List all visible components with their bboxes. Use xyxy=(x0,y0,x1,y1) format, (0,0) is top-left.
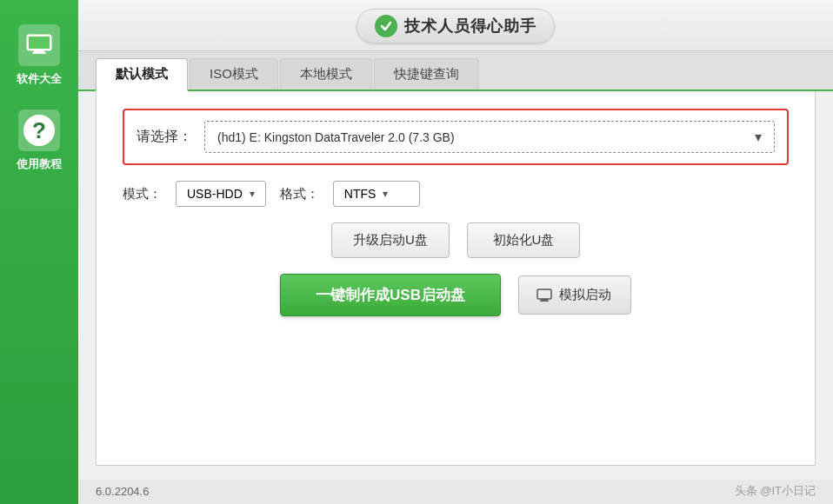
tab-bar: 默认模式 ISO模式 本地模式 快捷键查询 xyxy=(78,51,833,91)
drive-select-row: 请选择： (hd1) E: Kingston DataTraveler 2.0 … xyxy=(123,109,789,165)
app-title: 技术人员得心助手 xyxy=(404,16,536,36)
mode-value: USB-HDD xyxy=(187,187,243,201)
tab-local[interactable]: 本地模式 xyxy=(280,58,372,90)
content-panel: 请选择： (hd1) E: Kingston DataTraveler 2.0 … xyxy=(96,91,816,466)
mode-label: 模式： xyxy=(123,186,162,202)
monitor-small-icon xyxy=(536,288,552,302)
svg-rect-5 xyxy=(541,299,548,301)
monitor-icon xyxy=(25,31,53,59)
simulate-button[interactable]: 模拟启动 xyxy=(518,275,631,315)
footer: 6.0.2204.6 头条 @IT小日记 xyxy=(78,480,833,504)
mode-dropdown[interactable]: USB-HDD ▾ xyxy=(176,181,266,207)
svg-rect-4 xyxy=(537,289,551,299)
upgrade-button[interactable]: 升级启动U盘 xyxy=(331,222,450,258)
header: 技术人员得心助手 xyxy=(78,0,833,51)
init-button[interactable]: 初始化U盘 xyxy=(467,222,580,258)
drive-dropdown-arrow: ▾ xyxy=(755,129,762,145)
checkmark-icon xyxy=(379,19,393,33)
options-row: 模式： USB-HDD ▾ 格式： NTFS ▾ xyxy=(123,181,789,207)
header-badge: 技术人员得心助手 xyxy=(357,9,555,43)
action-row: 升级启动U盘 初始化U盘 xyxy=(123,222,789,258)
sidebar-item-software[interactable]: 软件大全 xyxy=(4,17,74,94)
svg-rect-3 xyxy=(32,52,46,54)
format-dropdown-arrow: ▾ xyxy=(383,188,388,200)
drive-value: (hd1) E: Kingston DataTraveler 2.0 (7.3 … xyxy=(217,130,455,144)
create-usb-button[interactable]: 一键制作成USB启动盘 xyxy=(280,274,501,316)
format-label: 格式： xyxy=(280,186,319,202)
monitor-icon-box xyxy=(18,24,60,66)
drive-dropdown[interactable]: (hd1) E: Kingston DataTraveler 2.0 (7.3 … xyxy=(204,121,775,153)
svg-rect-2 xyxy=(34,50,44,52)
watermark: 头条 @IT小日记 xyxy=(735,483,816,499)
select-label: 请选择： xyxy=(137,128,192,146)
question-icon: ? xyxy=(23,115,55,146)
svg-rect-6 xyxy=(540,300,549,302)
tab-iso[interactable]: ISO模式 xyxy=(190,58,278,90)
simulate-label: 模拟启动 xyxy=(559,287,611,303)
tab-shortcut[interactable]: 快捷键查询 xyxy=(374,58,479,90)
svg-rect-1 xyxy=(29,36,50,49)
version-text: 6.0.2204.6 xyxy=(96,485,149,498)
sidebar-item-software-label: 软件大全 xyxy=(17,71,62,87)
check-circle-icon xyxy=(375,15,397,37)
format-dropdown[interactable]: NTFS ▾ xyxy=(333,181,420,207)
question-icon-box: ? xyxy=(18,109,60,151)
mode-dropdown-arrow: ▾ xyxy=(250,188,255,200)
sidebar-item-tutorial[interactable]: ? 使用教程 xyxy=(4,103,74,179)
main-panel: 技术人员得心助手 默认模式 ISO模式 本地模式 快捷键查询 请选择： (hd1… xyxy=(78,0,833,504)
format-value: NTFS xyxy=(344,187,377,201)
main-action-row: 一键制作成USB启动盘 模拟启动 xyxy=(123,274,789,316)
tab-default[interactable]: 默认模式 xyxy=(96,58,188,91)
sidebar-item-tutorial-label: 使用教程 xyxy=(17,156,62,172)
sidebar: 软件大全 ? 使用教程 xyxy=(0,0,78,504)
